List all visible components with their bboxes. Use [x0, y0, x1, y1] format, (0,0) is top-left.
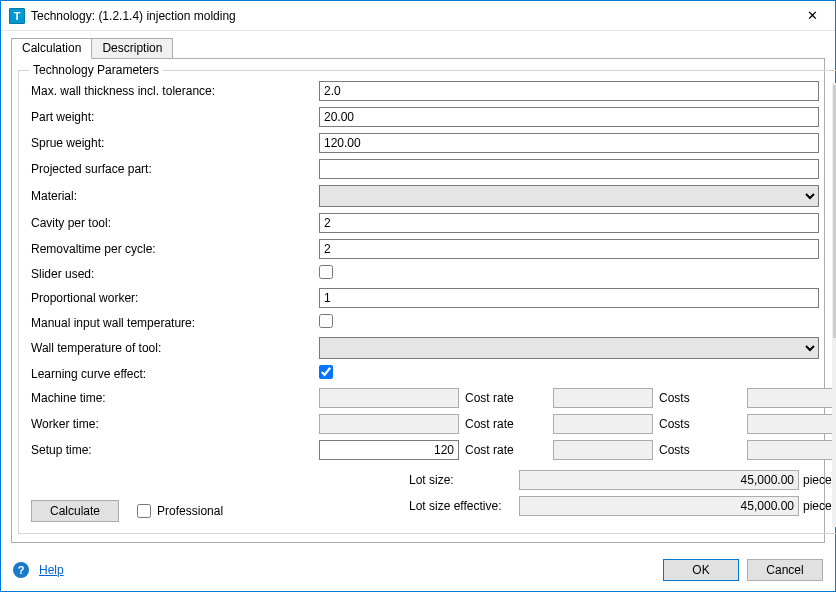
professional-toggle[interactable]: Professional	[137, 504, 223, 518]
readonly-machine-cost-rate	[553, 388, 653, 408]
label-max-wall: Max. wall thickness incl. tolerance:	[29, 84, 319, 98]
row-setup-time: Cost rate Costs	[319, 440, 836, 460]
readonly-worker-costs	[747, 414, 836, 434]
label-wall-temp-tool: Wall temperature of tool:	[29, 341, 319, 355]
parameter-form: Max. wall thickness incl. tolerance: Par…	[29, 81, 836, 460]
label-part-weight: Part weight:	[29, 110, 319, 124]
input-part-weight[interactable]	[319, 107, 819, 127]
checkbox-manual-wall-temp[interactable]	[319, 314, 333, 328]
readonly-machine-time	[319, 388, 459, 408]
technology-dialog: T Technology: (1.2.1.4) injection moldin…	[0, 0, 836, 592]
input-setup-time[interactable]	[319, 440, 459, 460]
dialog-footer: ? Help OK Cancel	[1, 549, 835, 591]
tabpanel-calculation: Technology Parameters Max. wall thicknes…	[11, 58, 825, 543]
parameters-scroll-area: Max. wall thickness incl. tolerance: Par…	[29, 81, 836, 523]
label-cost-rate-1: Cost rate	[465, 391, 547, 405]
tab-strip: Calculation Description	[11, 39, 825, 59]
checkbox-slider-used[interactable]	[319, 265, 333, 279]
help-icon: ?	[13, 562, 29, 578]
input-max-wall[interactable]	[319, 81, 819, 101]
label-professional: Professional	[157, 504, 223, 518]
label-cost-rate-3: Cost rate	[465, 443, 547, 457]
help-link[interactable]: Help	[39, 563, 64, 577]
label-cost-rate-2: Cost rate	[465, 417, 547, 431]
input-projected-surface[interactable]	[319, 159, 819, 179]
checkbox-learning-curve[interactable]	[319, 365, 333, 379]
label-removal-time: Removaltime per cycle:	[29, 242, 319, 256]
label-costs-1: Costs	[659, 391, 741, 405]
tab-description[interactable]: Description	[91, 38, 173, 59]
dialog-body: Calculation Description Technology Param…	[1, 31, 835, 549]
select-material[interactable]	[319, 185, 819, 207]
tab-calculation[interactable]: Calculation	[11, 38, 92, 59]
label-setup-time: Setup time:	[29, 443, 319, 457]
label-sprue-weight: Sprue weight:	[29, 136, 319, 150]
app-icon: T	[9, 8, 25, 24]
vertical-scrollbar[interactable]	[832, 83, 836, 527]
cancel-button[interactable]: Cancel	[747, 559, 823, 581]
row-lot-size: Lot size: 45,000.00 piece	[29, 470, 836, 490]
titlebar: T Technology: (1.2.1.4) injection moldin…	[1, 1, 835, 31]
window-title: Technology: (1.2.1.4) injection molding	[31, 9, 790, 23]
input-sprue-weight[interactable]	[319, 133, 819, 153]
unit-lot-size-effective: piece	[799, 499, 836, 513]
row-machine-time: Cost rate Costs	[319, 388, 836, 408]
checkbox-professional[interactable]	[137, 504, 151, 518]
ok-button[interactable]: OK	[663, 559, 739, 581]
row-worker-time: Cost rate Costs	[319, 414, 836, 434]
label-learning-curve: Learning curve effect:	[29, 367, 319, 381]
label-worker-time: Worker time:	[29, 417, 319, 431]
unit-lot-size: piece	[799, 473, 836, 487]
label-machine-time: Machine time:	[29, 391, 319, 405]
label-manual-wall-temp: Manual input wall temperature:	[29, 316, 319, 330]
readonly-lot-size-effective: 45,000.00	[519, 496, 799, 516]
label-material: Material:	[29, 189, 319, 203]
close-button[interactable]: ✕	[790, 1, 835, 31]
input-proportional-worker[interactable]	[319, 288, 819, 308]
readonly-lot-size: 45,000.00	[519, 470, 799, 490]
label-proportional-worker: Proportional worker:	[29, 291, 319, 305]
readonly-setup-cost-rate	[553, 440, 653, 460]
fieldset-legend: Technology Parameters	[29, 63, 163, 77]
label-costs-3: Costs	[659, 443, 741, 457]
readonly-worker-cost-rate	[553, 414, 653, 434]
label-projected-surface: Projected surface part:	[29, 162, 319, 176]
readonly-worker-time	[319, 414, 459, 434]
label-lot-size: Lot size:	[409, 473, 519, 487]
technology-parameters-fieldset: Technology Parameters Max. wall thicknes…	[18, 63, 836, 534]
calculate-button[interactable]: Calculate	[31, 500, 119, 522]
close-icon: ✕	[807, 8, 818, 23]
label-cavity: Cavity per tool:	[29, 216, 319, 230]
label-slider-used: Slider used:	[29, 267, 319, 281]
label-lot-size-effective: Lot size effective:	[409, 499, 519, 513]
label-costs-2: Costs	[659, 417, 741, 431]
input-removal-time[interactable]	[319, 239, 819, 259]
select-wall-temp-tool[interactable]	[319, 337, 819, 359]
readonly-setup-costs	[747, 440, 836, 460]
readonly-machine-costs	[747, 388, 836, 408]
input-cavity[interactable]	[319, 213, 819, 233]
